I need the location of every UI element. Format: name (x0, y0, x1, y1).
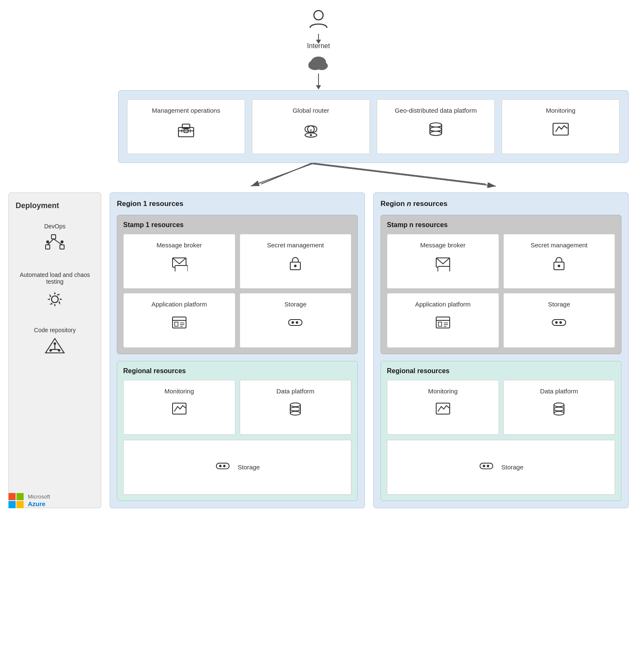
regional1-storage-row: Storage (123, 440, 351, 495)
svg-point-40 (49, 349, 52, 352)
svg-point-14 (310, 134, 312, 136)
card-storage-rn: Storage (387, 440, 615, 495)
svg-rect-28 (46, 245, 50, 249)
regional1-grid: Monitoring Data platform (123, 380, 351, 435)
region1-box: Region 1 resources Stamp 1 resources Mes… (110, 192, 365, 508)
svg-point-81 (554, 411, 564, 415)
azure-label: Azure (28, 500, 50, 508)
svg-point-53 (292, 321, 294, 324)
card-msg-broker-1: Message broker (123, 234, 235, 289)
svg-line-26 (312, 164, 496, 186)
svg-rect-43 (175, 266, 188, 271)
regionn-title: Region n resources (381, 200, 621, 208)
storage-icon-n (551, 314, 567, 334)
storage-n-label: Storage (548, 300, 570, 309)
azure-logo: Microsoft Azure (8, 493, 50, 508)
svg-point-82 (554, 407, 564, 411)
storage-icon-1 (287, 314, 304, 334)
connector-arrows (118, 163, 629, 188)
card-app-platform-n: Application platform (387, 293, 499, 348)
svg-rect-61 (216, 463, 229, 469)
regionn-box: Region n resources Stamp n resources Mes… (373, 192, 629, 508)
dataplatform-rn-label: Data platform (540, 387, 578, 396)
gear-icon (44, 288, 66, 314)
svg-point-60 (290, 407, 300, 411)
git-icon (44, 337, 66, 363)
devops-item: DevOps (16, 219, 94, 263)
user-icon (308, 8, 329, 34)
database-rn-icon (551, 401, 567, 421)
repo-label: Code repository (34, 327, 76, 333)
stampn-grid: Message broker Secret management (387, 234, 615, 348)
card-secret-n: Secret management (503, 234, 615, 289)
card-msg-broker-n: Message broker (387, 234, 499, 289)
card-monitoring-rn: Monitoring (387, 380, 499, 435)
microsoft-label: Microsoft (28, 493, 50, 500)
svg-rect-83 (480, 463, 493, 469)
app-platform-n-label: Application platform (415, 300, 471, 309)
svg-point-35 (51, 296, 58, 303)
azure-text: Microsoft Azure (28, 493, 50, 508)
regional1-box: Regional resources Monitoring (117, 361, 358, 501)
svg-rect-74 (552, 320, 566, 325)
card-dataplatform-r1: Data platform (240, 380, 352, 435)
svg-line-25 (251, 164, 312, 186)
svg-point-18 (430, 131, 442, 135)
stamp1-box: Stamp 1 resources Message broker (117, 215, 358, 354)
storage-r1-label: Storage (238, 463, 260, 471)
svg-rect-88 (8, 501, 16, 508)
svg-point-63 (223, 465, 226, 467)
svg-point-41 (58, 349, 60, 352)
devops-label: DevOps (44, 223, 66, 230)
diagram-container: Internet Management operations (0, 0, 637, 517)
svg-point-33 (61, 241, 64, 244)
storage-rn-icon (478, 458, 494, 477)
svg-point-62 (219, 465, 222, 467)
svg-rect-65 (438, 266, 450, 271)
card-geodata-label: Geo-distributed data platform (395, 106, 477, 115)
monitoring-icon (551, 120, 570, 142)
azure-flag-icon (8, 493, 24, 508)
stamp1-grid: Message broker Secret mana (123, 234, 351, 348)
connector-svg (118, 163, 629, 188)
storage-1-label: Storage (284, 300, 307, 309)
svg-point-32 (46, 241, 49, 244)
card-monitoring-r1: Monitoring (123, 380, 235, 435)
svg-point-0 (314, 11, 323, 20)
svg-point-56 (290, 403, 300, 406)
svg-point-19 (430, 127, 442, 131)
regionaln-box: Regional resources Monitoring (381, 361, 621, 501)
secret-1-label: Secret management (267, 241, 324, 249)
svg-point-54 (296, 321, 298, 324)
cloud-icon (306, 53, 331, 70)
card-secret-1: Secret management (240, 234, 352, 289)
monitoring-rn-label: Monitoring (428, 387, 458, 396)
svg-point-39 (54, 342, 56, 345)
storage-rn-label: Storage (501, 463, 524, 471)
appplatform-icon-1 (171, 314, 188, 334)
msg-broker-1-label: Message broker (157, 241, 202, 249)
router-icon (302, 120, 320, 142)
deployment-sidebar: Deployment DevOps Automated lo (8, 192, 101, 508)
svg-point-85 (487, 465, 489, 467)
card-app-platform-1: Application platform (123, 293, 235, 348)
region1-title: Region 1 resources (117, 200, 358, 208)
card-monitoring: Monitoring (502, 99, 620, 154)
repo-item: Code repository (16, 322, 94, 367)
message-icon-n (435, 255, 451, 275)
main-row: Deployment DevOps Automated lo (8, 192, 629, 508)
svg-point-67 (558, 265, 560, 267)
app-platform-1-label: Application platform (151, 300, 207, 309)
card-router: Global router (252, 99, 370, 154)
card-mgmt: Management operations (127, 99, 245, 154)
lock-icon-n (551, 255, 567, 275)
chaos-label: Automated load and chaos testing (16, 271, 94, 285)
stamp1-title: Stamp 1 resources (123, 221, 351, 229)
global-services-box: Management operations Global router (118, 90, 629, 163)
monitoring-rn-icon (435, 401, 451, 421)
svg-point-59 (290, 411, 300, 415)
svg-rect-89 (16, 501, 24, 508)
chaos-item: Automated load and chaos testing (16, 267, 94, 318)
card-dataplatform-rn: Data platform (503, 380, 615, 435)
stampn-title: Stamp n resources (387, 221, 615, 229)
